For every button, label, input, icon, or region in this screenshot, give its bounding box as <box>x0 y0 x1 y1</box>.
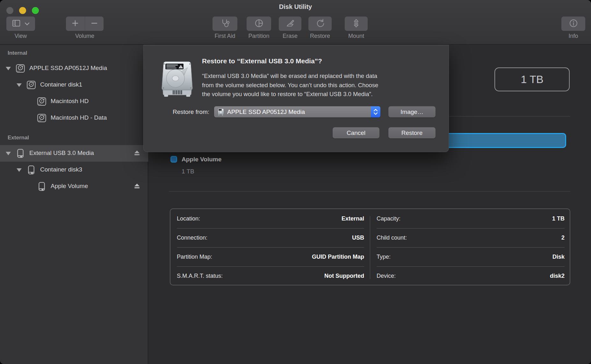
internal-disk-icon <box>37 96 47 107</box>
sidebar-item-container-disk3[interactable]: Container disk3 <box>0 162 148 178</box>
sidebar-item-label: Apple Volume <box>51 183 88 190</box>
disk-utility-window: Disk Utility View <box>0 0 591 364</box>
dialog-message-line: from the volume selected below. You can’… <box>202 81 378 90</box>
add-volume-button[interactable] <box>66 19 85 28</box>
info-label: Type: <box>377 254 391 260</box>
total-size-box: 1 TB <box>494 67 570 91</box>
image-button[interactable]: Image… <box>388 106 436 117</box>
sidebar-section-internal: Internal <box>8 50 27 56</box>
sidebar-item-external-usb[interactable]: External USB 3.0 Media <box>0 145 148 162</box>
mount-label: Mount <box>345 33 368 39</box>
disclosure-triangle-icon[interactable] <box>6 67 11 70</box>
table-row: Location: External <box>177 209 364 228</box>
mount-icon <box>351 18 361 30</box>
sidebar-item-label: APPLE SSD AP0512J Media <box>29 65 107 72</box>
dialog-message-line: the volume you would like to restore to … <box>202 90 378 99</box>
table-row: Device: disk2 <box>377 266 565 285</box>
erase-label: Erase <box>279 33 301 39</box>
sidebar-item-label: Macintosh HD <box>51 98 89 105</box>
sidebar-item-label: Macintosh HD - Data <box>51 114 107 121</box>
popup-stepper-icon <box>371 106 380 117</box>
sidebar-section-external: External <box>8 135 29 141</box>
table-row: Child count: 2 <box>377 228 565 247</box>
info-label: Info <box>561 33 585 39</box>
info-value: 2 <box>561 234 565 241</box>
dialog-message: “External USB 3.0 Media” will be erased … <box>202 72 378 99</box>
erase-icon <box>285 18 295 30</box>
table-row: Capacity: 1 TB <box>377 209 565 228</box>
disclosure-triangle-icon[interactable] <box>6 152 11 155</box>
volume-segmented-control <box>66 17 104 31</box>
internal-disk-icon <box>37 113 47 123</box>
eject-icon[interactable] <box>133 149 141 158</box>
info-value: External <box>342 215 364 222</box>
view-button[interactable] <box>6 17 35 31</box>
restore-from-label: Restore from: <box>147 108 209 116</box>
hard-drive-icon: ! <box>159 57 196 97</box>
cancel-button[interactable]: Cancel <box>333 127 379 138</box>
separator <box>169 191 570 192</box>
restore-arrow-icon <box>315 18 325 30</box>
mount-button[interactable] <box>345 17 368 31</box>
svg-text:!: ! <box>180 66 181 69</box>
sidebar-item-macintosh-hd[interactable]: Macintosh HD <box>0 93 148 110</box>
dialog-title: Restore to “External USB 3.0 Media”? <box>202 57 322 65</box>
first-aid-button[interactable] <box>213 17 237 31</box>
restore-from-value: APPLE SSD AP0512J Media <box>225 108 371 116</box>
info-label: Location: <box>177 215 200 222</box>
table-row: Connection: USB <box>177 228 364 247</box>
restore-toolbar-button[interactable] <box>308 17 332 31</box>
table-row: Type: Disk <box>377 247 565 266</box>
sidebar-item-apple-volume[interactable]: Apple Volume <box>0 178 148 195</box>
volume-legend-name: Apple Volume <box>182 156 221 163</box>
volume-legend-swatch <box>170 156 177 163</box>
info-value: USB <box>352 234 364 241</box>
table-column-divider <box>370 216 370 279</box>
eject-icon[interactable] <box>133 182 141 191</box>
minus-icon <box>90 19 98 28</box>
dialog-message-line: “External USB 3.0 Media” will be erased … <box>202 72 378 81</box>
partition-button[interactable] <box>247 17 271 31</box>
external-disk-icon <box>26 165 36 175</box>
sidebar-item-container-disk1[interactable]: Container disk1 <box>0 77 148 93</box>
info-value: disk2 <box>550 273 565 279</box>
info-value: 1 TB <box>552 215 565 222</box>
disk-info-table: Location: External Connection: USB Parti… <box>170 208 570 285</box>
info-label: Child count: <box>377 234 407 241</box>
sidebar-view-icon <box>12 19 21 29</box>
stethoscope-icon <box>220 18 230 30</box>
disclosure-triangle-icon[interactable] <box>17 83 22 87</box>
info-label: S.M.A.R.T. status: <box>177 273 223 279</box>
hard-drive-icon <box>214 108 225 116</box>
info-button[interactable] <box>561 17 585 31</box>
internal-disk-icon <box>15 63 25 74</box>
table-row: S.M.A.R.T. status: Not Supported <box>177 266 364 285</box>
volume-legend-size: 1 TB <box>182 168 194 175</box>
volume-label: Volume <box>66 33 104 39</box>
restore-button[interactable]: Restore <box>388 127 436 138</box>
restore-from-popup[interactable]: APPLE SSD AP0512J Media <box>214 106 380 117</box>
info-icon <box>568 18 579 30</box>
sidebar-item-label: External USB 3.0 Media <box>29 150 94 157</box>
restore-toolbar-label: Restore <box>308 33 332 39</box>
sidebar-item-apple-ssd[interactable]: APPLE SSD AP0512J Media <box>0 60 148 77</box>
external-disk-icon <box>37 181 47 192</box>
window-title: Disk Utility <box>0 3 591 10</box>
info-label: Connection: <box>177 234 207 241</box>
plus-icon <box>71 19 79 28</box>
erase-button[interactable] <box>279 17 301 31</box>
first-aid-label: First Aid <box>209 33 241 39</box>
info-label: Capacity: <box>377 215 400 222</box>
sidebar: Internal APPLE SSD AP0512J Media <box>0 45 148 364</box>
info-value: GUID Partition Map <box>312 254 364 260</box>
partition-pie-icon <box>254 18 264 30</box>
info-label: Partition Map: <box>177 254 212 260</box>
sidebar-item-macintosh-hd-data[interactable]: Macintosh HD - Data <box>0 110 148 126</box>
titlebar-toolbar: Disk Utility View <box>0 0 591 45</box>
info-label: Device: <box>377 273 396 279</box>
chevron-down-icon <box>25 21 30 27</box>
internal-disk-icon <box>26 80 36 90</box>
remove-volume-button[interactable] <box>85 19 104 28</box>
disclosure-triangle-icon[interactable] <box>17 168 22 172</box>
info-value: Disk <box>552 254 565 260</box>
